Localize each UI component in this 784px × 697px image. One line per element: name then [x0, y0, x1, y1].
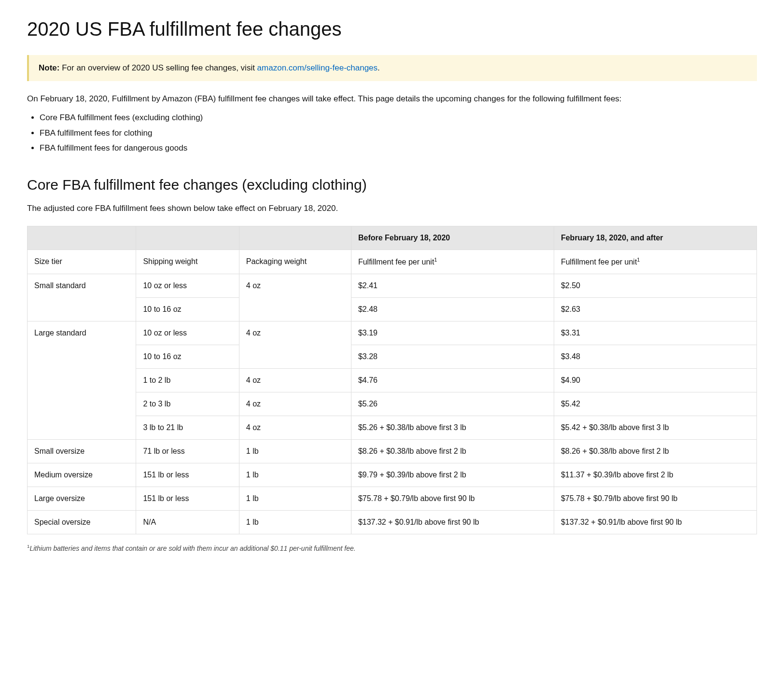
core-fee-table: Before February 18, 2020 February 18, 20… [27, 226, 757, 534]
cell-shipping-weight: 151 lb or less [136, 463, 239, 487]
cell-size-tier: Medium oversize [28, 463, 136, 487]
table-row: 1 to 2 lb4 oz$4.76$4.90 [28, 369, 757, 392]
cell-fee-after: $5.42 [554, 392, 756, 416]
cell-packaging-weight: 4 oz [239, 416, 351, 440]
section-core-caption: The adjusted core FBA fulfillment fees s… [27, 202, 757, 215]
table-header-after: February 18, 2020, and after [554, 226, 756, 250]
cell-size-tier: Small oversize [28, 440, 136, 463]
col-shipping-weight: Shipping weight [136, 250, 239, 274]
table-row: Special oversizeN/A1 lb$137.32 + $0.91/l… [28, 511, 757, 534]
table-header-empty [28, 226, 136, 250]
table-row: Small standard10 oz or less4 oz$2.41$2.5… [28, 274, 757, 298]
table-row: 10 to 16 oz$3.28$3.48 [28, 345, 757, 369]
page-title: 2020 US FBA fulfillment fee changes [27, 14, 757, 43]
cell-shipping-weight: 10 oz or less [136, 274, 239, 298]
cell-packaging-weight: 1 lb [239, 511, 351, 534]
cell-fee-before: $75.78 + $0.79/lb above first 90 lb [351, 487, 554, 511]
note-text-after: . [378, 63, 380, 72]
col-fee-after: Fulfillment fee per unit1 [554, 250, 756, 274]
cell-fee-before: $137.32 + $0.91/lb above first 90 lb [351, 511, 554, 534]
cell-fee-after: $2.50 [554, 274, 756, 298]
col-fee-before: Fulfillment fee per unit1 [351, 250, 554, 274]
cell-fee-after: $3.48 [554, 345, 756, 369]
table-header-before: Before February 18, 2020 [351, 226, 554, 250]
cell-packaging-weight: 1 lb [239, 487, 351, 511]
cell-shipping-weight: 151 lb or less [136, 487, 239, 511]
cell-size-tier: Large oversize [28, 487, 136, 511]
cell-fee-after: $4.90 [554, 369, 756, 392]
cell-shipping-weight: 2 to 3 lb [136, 392, 239, 416]
bullet-item: Core FBA fulfillment fees (excluding clo… [40, 112, 757, 124]
note-text-before: For an overview of 2020 US selling fee c… [59, 63, 257, 72]
bullet-item: FBA fulfillment fees for clothing [40, 127, 757, 139]
table-row: 2 to 3 lb4 oz$5.26$5.42 [28, 392, 757, 416]
cell-size-tier: Special oversize [28, 511, 136, 534]
col-packaging-weight: Packaging weight [239, 250, 351, 274]
table-header-row: Before February 18, 2020 February 18, 20… [28, 226, 757, 250]
table-subheader-row: Size tierShipping weightPackaging weight… [28, 250, 757, 274]
col-size-tier: Size tier [28, 250, 136, 274]
intro-bullets: Core FBA fulfillment fees (excluding clo… [27, 112, 757, 154]
cell-packaging-weight: 1 lb [239, 440, 351, 463]
cell-fee-before: $5.26 [351, 392, 554, 416]
cell-fee-before: $2.48 [351, 298, 554, 321]
cell-shipping-weight: 71 lb or less [136, 440, 239, 463]
cell-size-tier: Large standard [28, 321, 136, 440]
section-core-heading: Core FBA fulfillment fee changes (exclud… [27, 174, 757, 195]
footnote-text: Lithium batteries and items that contain… [29, 544, 355, 552]
intro-paragraph: On February 18, 2020, Fulfillment by Ama… [27, 93, 757, 105]
cell-packaging-weight: 4 oz [239, 321, 351, 369]
cell-shipping-weight: 1 to 2 lb [136, 369, 239, 392]
cell-packaging-weight: 1 lb [239, 463, 351, 487]
cell-fee-after: $2.63 [554, 298, 756, 321]
footnote: 1Lithium batteries and items that contai… [27, 543, 757, 554]
cell-size-tier: Small standard [28, 274, 136, 321]
bullet-item: FBA fulfillment fees for dangerous goods [40, 142, 757, 154]
cell-fee-after: $75.78 + $0.79/lb above first 90 lb [554, 487, 756, 511]
cell-fee-before: $8.26 + $0.38/lb above first 2 lb [351, 440, 554, 463]
cell-packaging-weight: 4 oz [239, 392, 351, 416]
cell-shipping-weight: 10 to 16 oz [136, 298, 239, 321]
cell-fee-before: $5.26 + $0.38/lb above first 3 lb [351, 416, 554, 440]
cell-fee-before: $3.28 [351, 345, 554, 369]
table-row: 3 lb to 21 lb4 oz$5.26 + $0.38/lb above … [28, 416, 757, 440]
cell-packaging-weight: 4 oz [239, 369, 351, 392]
cell-fee-before: $4.76 [351, 369, 554, 392]
note-box: Note: For an overview of 2020 US selling… [27, 55, 757, 81]
table-header-empty [136, 226, 239, 250]
cell-shipping-weight: 3 lb to 21 lb [136, 416, 239, 440]
cell-fee-before: $3.19 [351, 321, 554, 345]
table-row: Small oversize71 lb or less1 lb$8.26 + $… [28, 440, 757, 463]
cell-fee-after: $5.42 + $0.38/lb above first 3 lb [554, 416, 756, 440]
cell-fee-after: $137.32 + $0.91/lb above first 90 lb [554, 511, 756, 534]
note-link[interactable]: amazon.com/selling-fee-changes [257, 63, 378, 72]
cell-fee-before: $2.41 [351, 274, 554, 298]
note-label: Note: [39, 63, 59, 72]
table-row: Large oversize151 lb or less1 lb$75.78 +… [28, 487, 757, 511]
cell-packaging-weight: 4 oz [239, 274, 351, 321]
table-row: Medium oversize151 lb or less1 lb$9.79 +… [28, 463, 757, 487]
cell-shipping-weight: 10 to 16 oz [136, 345, 239, 369]
cell-shipping-weight: N/A [136, 511, 239, 534]
table-header-empty [239, 226, 351, 250]
cell-fee-after: $3.31 [554, 321, 756, 345]
cell-fee-before: $9.79 + $0.39/lb above first 2 lb [351, 463, 554, 487]
cell-fee-after: $8.26 + $0.38/lb above first 2 lb [554, 440, 756, 463]
cell-fee-after: $11.37 + $0.39/lb above first 2 lb [554, 463, 756, 487]
table-row: Large standard10 oz or less4 oz$3.19$3.3… [28, 321, 757, 345]
cell-shipping-weight: 10 oz or less [136, 321, 239, 345]
table-row: 10 to 16 oz$2.48$2.63 [28, 298, 757, 321]
